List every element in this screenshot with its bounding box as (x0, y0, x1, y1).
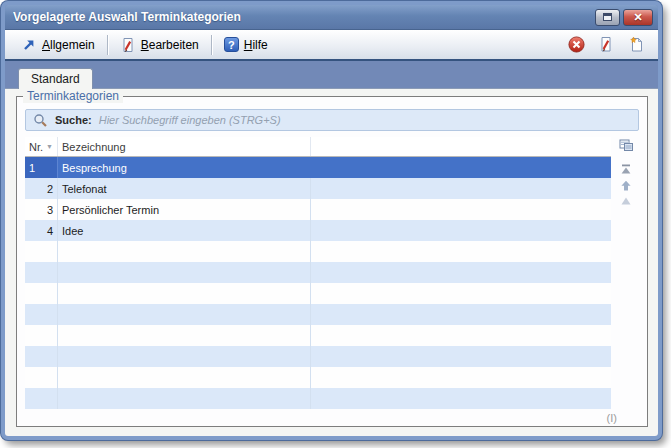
triangle-up-icon (620, 196, 632, 206)
table-row[interactable] (25, 283, 611, 304)
cell-bezeichnung (58, 346, 311, 367)
cell-empty (311, 346, 611, 367)
scroll-to-top-button[interactable] (617, 161, 635, 177)
search-label: Suche: (55, 114, 92, 126)
cell-bezeichnung (58, 241, 311, 262)
cell-empty (311, 157, 611, 178)
table-row[interactable]: 4 Idee (25, 220, 611, 241)
cell-nr (25, 304, 58, 325)
cell-bezeichnung: Besprechung (58, 157, 311, 178)
cell-empty (311, 388, 611, 409)
cell-bezeichnung (58, 262, 311, 283)
question-mark-icon: ? (224, 37, 239, 52)
arrow-up-icon (620, 180, 632, 191)
window-title: Vorgelagerte Auswahl Terminkategorien (13, 10, 592, 24)
cell-bezeichnung (58, 325, 311, 346)
cell-nr (25, 283, 58, 304)
grid-area: Nr. ▼ Bezeichnung 1 Besprechung (25, 137, 639, 408)
cell-empty (311, 220, 611, 241)
edit-record-button[interactable] (594, 33, 618, 57)
table-row[interactable] (25, 241, 611, 262)
cell-nr: 3 (25, 199, 58, 220)
search-placeholder: Hier Suchbegriff eingeben (STRG+S) (99, 114, 281, 126)
search-icon (33, 113, 48, 128)
restore-icon (603, 13, 612, 21)
document-red-pen-icon (120, 37, 136, 53)
move-up-button[interactable] (617, 177, 635, 193)
cell-bezeichnung: Telefonat (58, 178, 311, 199)
cell-nr: 2 (25, 178, 58, 199)
close-icon: ✕ (633, 12, 642, 23)
table-row[interactable] (25, 346, 611, 367)
table-row[interactable] (25, 304, 611, 325)
cell-bezeichnung: Idee (58, 220, 311, 241)
table-row[interactable] (25, 367, 611, 388)
cell-bezeichnung (58, 367, 311, 388)
table-row[interactable]: 1 Besprechung (25, 157, 611, 178)
cell-bezeichnung (58, 304, 311, 325)
cell-empty (311, 283, 611, 304)
toolbar-separator (107, 35, 108, 55)
cell-empty (311, 199, 611, 220)
grid-gutter (613, 137, 639, 209)
cell-empty (311, 178, 611, 199)
cell-nr (25, 388, 58, 409)
cell-nr: 4 (25, 220, 58, 241)
column-chooser-icon (619, 139, 634, 152)
cell-nr (25, 346, 58, 367)
cell-empty (311, 325, 611, 346)
table-row[interactable] (25, 262, 611, 283)
bearbeiten-label: Bearbeiten (141, 38, 199, 52)
restore-button[interactable] (595, 9, 620, 26)
cell-nr (25, 241, 58, 262)
screen: Vorgelagerte Auswahl Terminkategorien ✕ … (0, 0, 671, 448)
table-row[interactable] (25, 388, 611, 409)
document-red-pen-icon (598, 36, 614, 53)
column-chooser-button[interactable] (617, 137, 635, 153)
record-indicator: (I) (607, 412, 617, 424)
arrow-up-right-icon (21, 37, 37, 53)
cell-empty (311, 241, 611, 262)
hilfe-menu-button[interactable]: ? Hilfe (216, 34, 276, 55)
column-header-bezeichnung[interactable]: Bezeichnung (58, 137, 311, 156)
close-button[interactable]: ✕ (623, 9, 653, 26)
tab-strip: Standard (5, 61, 658, 88)
table-row[interactable] (25, 325, 611, 346)
cell-empty (311, 367, 611, 388)
scroll-to-top-icon (620, 164, 632, 175)
cell-nr: 1 (25, 157, 58, 178)
cell-empty (311, 262, 611, 283)
column-header-nr[interactable]: Nr. ▼ (25, 137, 58, 156)
red-circle-x-icon (568, 36, 585, 53)
cell-empty (311, 304, 611, 325)
delete-button[interactable] (564, 33, 588, 57)
hilfe-label: Hilfe (244, 38, 268, 52)
column-header-empty[interactable] (311, 137, 611, 156)
groupbox-label: Terminkategorien (23, 89, 123, 103)
table-row[interactable]: 2 Telefonat (25, 178, 611, 199)
toolbar: Allgemein Bearbeiten ? Hilfe (5, 30, 658, 61)
allgemein-menu-button[interactable]: Allgemein (13, 34, 103, 56)
cell-nr (25, 325, 58, 346)
tab-standard[interactable]: Standard (18, 68, 93, 89)
new-record-button[interactable] (624, 33, 648, 57)
toolbar-separator (211, 35, 212, 55)
titlebar[interactable]: Vorgelagerte Auswahl Terminkategorien ✕ (5, 5, 658, 30)
bearbeiten-menu-button[interactable]: Bearbeiten (112, 34, 207, 56)
table-body: 1 Besprechung 2 Telefonat 3 Persönlicher… (25, 157, 611, 409)
document-star-icon (628, 36, 645, 53)
cell-nr (25, 367, 58, 388)
table-header: Nr. ▼ Bezeichnung (25, 137, 611, 157)
dialog-window: Vorgelagerte Auswahl Terminkategorien ✕ … (1, 1, 662, 440)
terminkategorien-groupbox: Terminkategorien Suche: Hier Suchbegriff… (16, 96, 648, 427)
move-up-secondary-button[interactable] (617, 193, 635, 209)
cell-nr (25, 262, 58, 283)
allgemein-label: Allgemein (42, 38, 95, 52)
cell-bezeichnung: Persönlicher Termin (58, 199, 311, 220)
table-row[interactable]: 3 Persönlicher Termin (25, 199, 611, 220)
sort-desc-icon: ▼ (46, 143, 53, 150)
tab-panel: Terminkategorien Suche: Hier Suchbegriff… (5, 88, 658, 436)
categories-table: Nr. ▼ Bezeichnung 1 Besprechung (25, 137, 611, 409)
cell-bezeichnung (58, 283, 311, 304)
search-field[interactable]: Suche: Hier Suchbegriff eingeben (STRG+S… (25, 109, 639, 131)
